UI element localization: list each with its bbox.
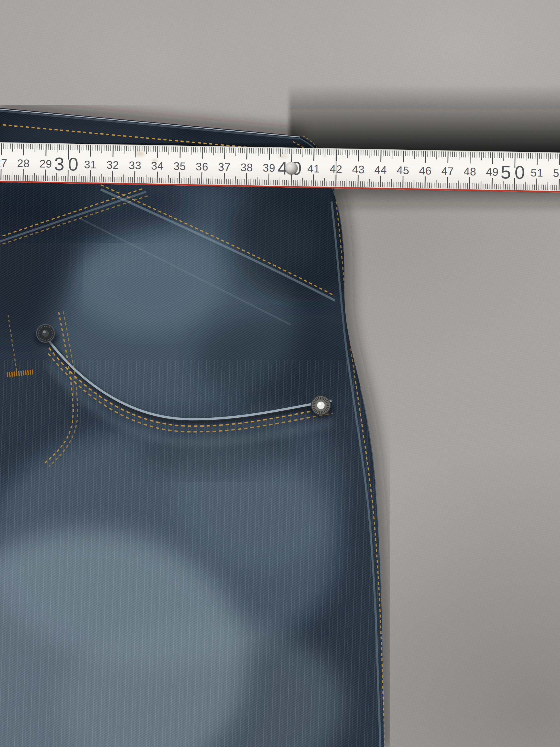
ruler-tick-mm (178, 147, 178, 152)
ruler-tick-mm (460, 183, 461, 188)
ruler-tick-mm (266, 180, 267, 185)
ruler-number-34: 34 (151, 160, 164, 172)
ruler-tick-mm (489, 184, 490, 189)
ruler-tick-mm (151, 146, 151, 152)
ruler-tick-mm (550, 153, 551, 159)
ruler-tick-mm (106, 145, 106, 151)
ruler-tick-cm (448, 152, 449, 163)
ruler-tick-mm (506, 153, 506, 158)
ruler-tick-mm (133, 146, 134, 151)
ruler-tick-mm (139, 177, 139, 183)
ruler-tick-mm (244, 148, 245, 153)
ruler-tick-mm (181, 178, 182, 184)
ruler-tick-mm (422, 182, 423, 188)
ruler-tick-mm (539, 184, 539, 190)
ruler-tick-cm (224, 147, 225, 159)
ruler-tick-mm (3, 175, 3, 180)
ruler-tick-mm (186, 147, 187, 152)
ruler-tick-mm (108, 177, 108, 182)
ruler-tick-mm (496, 184, 497, 189)
ruler-tick-halfcm (56, 173, 57, 181)
ruler-tick-mm (467, 183, 468, 189)
ruler-number-46: 46 (419, 165, 432, 177)
ruler-tick-mm (72, 176, 73, 182)
ruler-tick-mm (108, 145, 109, 151)
ruler-tick-halfcm (79, 174, 79, 182)
ruler-tick-mm (472, 183, 472, 189)
ruler-tick-mm (494, 184, 495, 189)
ruler-tick-mm (552, 185, 553, 190)
ruler-tick-mm (264, 180, 264, 185)
ruler-tick-mm (367, 150, 368, 155)
ruler-tick-mm (407, 151, 408, 156)
ruler-tick-cm (492, 152, 493, 164)
ruler-tick-cm (536, 178, 537, 190)
ruler-tick-mm (105, 177, 106, 182)
ruler-tick-mm (331, 181, 331, 186)
ruler-tick-cm (202, 147, 203, 159)
ruler-tick-cm (134, 171, 136, 183)
ruler-tick-mm (59, 145, 59, 150)
ruler-tick-mm (419, 151, 419, 157)
ruler-tick-halfcm (346, 178, 347, 186)
ruler-tick-mm (66, 145, 66, 150)
ruler-tick-mm (85, 176, 86, 182)
ruler-tick-mm (222, 147, 223, 153)
ruler-tick-mm (204, 147, 205, 153)
ruler-tick-mm (364, 181, 365, 187)
ruler-tick-mm (97, 177, 97, 182)
ruler-tick-mm (407, 182, 407, 188)
ruler-tick-mm (8, 144, 8, 149)
ruler-tick-mm (38, 175, 39, 181)
ruler-tick-mm (315, 180, 316, 186)
ruler-tick-mm (237, 179, 238, 184)
ruler-tick-mm (142, 146, 142, 151)
ruler-tick-mm (516, 184, 517, 190)
ruler-tick-mm (199, 178, 200, 184)
ruler-tick-mm (399, 151, 399, 156)
ruler-tick-mm (77, 145, 78, 150)
ruler-tick-mm (226, 179, 226, 184)
ruler-tick-mm (400, 182, 401, 188)
ruler-tick-mm (410, 151, 410, 156)
ruler-tick-halfcm (12, 144, 13, 152)
ruler-tick-mm (26, 144, 26, 149)
ruler-tick-mm (327, 181, 327, 186)
ruler-tick-mm (293, 180, 294, 186)
ruler-tick-cm (180, 147, 181, 158)
ruler-number-39: 39 (263, 162, 275, 174)
ruler-tick-mm (309, 180, 309, 186)
ruler-tick-mm (530, 184, 530, 190)
ruler-tick-mm (242, 148, 243, 153)
ruler-tick-cm (90, 171, 91, 182)
ruler-tick-halfcm (57, 145, 58, 153)
ruler-tick-mm (110, 145, 111, 151)
ruler-tick-mm (50, 144, 51, 150)
ruler-tick-halfcm (414, 151, 415, 159)
ruler-tick-mm (163, 178, 164, 183)
ruler-tick-mm (311, 149, 312, 155)
ruler-tick-mm (238, 148, 238, 153)
ruler-tick-cm (358, 150, 359, 161)
ruler-tick-halfcm (258, 148, 259, 156)
ruler-tick-halfcm (146, 146, 147, 154)
ruler-tick-mm (267, 148, 267, 154)
ruler-tick-mm (463, 152, 464, 157)
ruler-tick-mm (363, 150, 364, 155)
ruler-tick-mm (27, 175, 28, 181)
ruler-tick-halfcm (101, 174, 102, 182)
ruler-tick-mm (121, 177, 122, 182)
ruler-tick-mm (532, 153, 533, 159)
ruler-tick-mm (428, 151, 428, 157)
ruler-tick-mm (543, 153, 544, 159)
ruler-tick-halfcm (436, 180, 437, 188)
ruler-tick-mm (478, 183, 479, 189)
ruler-tick-mm (197, 178, 198, 184)
ruler-tick-mm (306, 180, 307, 186)
ruler-tick-mm (300, 149, 301, 154)
ruler-tick-mm (204, 178, 204, 184)
ruler-tick-mm (362, 181, 363, 187)
ruler-tick-mm (233, 148, 234, 153)
ruler-tick-mm (160, 146, 160, 152)
ruler-tick-cm (380, 150, 381, 162)
